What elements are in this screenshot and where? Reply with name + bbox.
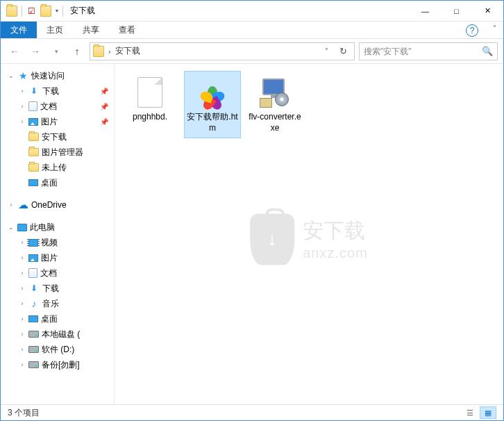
search-input[interactable] xyxy=(364,47,478,56)
navigation-pane[interactable]: ⌄ ★ 快速访问 › ⬇ 下载 📌 › 文档 📌 › 图片 📌 › 安下载 xyxy=(1,64,115,404)
hdd-icon xyxy=(28,346,39,353)
qat-separator-2 xyxy=(62,6,63,17)
sidebar-item-desktop2[interactable]: › 桌面 xyxy=(1,311,114,327)
document-icon xyxy=(28,268,37,278)
expand-icon[interactable]: ⌄ xyxy=(8,72,15,79)
sidebar-item-label: 图片管理器 xyxy=(42,147,83,158)
status-item-count: 3 个项目 xyxy=(8,407,40,419)
sidebar-item-anxz[interactable]: › 安下载 xyxy=(1,129,114,145)
app-icon xyxy=(6,6,17,17)
desktop-icon xyxy=(28,179,38,186)
nav-forward-button[interactable]: → xyxy=(27,43,44,60)
nav-recent-dropdown[interactable]: ▾ xyxy=(48,43,65,60)
address-bar[interactable]: › 安下载 ˅ ↻ xyxy=(90,42,355,60)
sidebar-item-label: 快速访问 xyxy=(31,70,65,82)
pc-icon xyxy=(17,224,27,231)
address-path[interactable]: 安下载 xyxy=(115,45,318,57)
file-item[interactable]: 安下载帮助.htm xyxy=(184,71,241,138)
video-icon xyxy=(28,239,38,247)
folder-icon xyxy=(28,133,39,141)
qat-properties-icon[interactable]: ☑ xyxy=(26,6,36,16)
sidebar-item-local-disk[interactable]: › 本地磁盘 ( xyxy=(1,327,114,342)
address-dropdown-icon[interactable]: ˅ xyxy=(322,47,331,55)
expand-icon[interactable]: › xyxy=(19,315,26,322)
folder-icon xyxy=(28,163,39,172)
sidebar-item-downloads[interactable]: › ⬇ 下载 📌 xyxy=(1,83,114,99)
sidebar-item-pictures2[interactable]: › 图片 xyxy=(1,250,114,265)
hdd-icon xyxy=(28,361,39,368)
expand-icon[interactable]: › xyxy=(19,331,26,338)
expand-icon[interactable]: › xyxy=(19,118,26,125)
help-icon[interactable]: ? xyxy=(466,24,478,37)
sidebar-item-label: 视频 xyxy=(41,237,58,249)
exe-file-icon xyxy=(260,77,290,108)
expand-icon[interactable]: › xyxy=(8,201,15,208)
sidebar-item-videos[interactable]: › 视频 xyxy=(1,235,114,250)
hdd-icon xyxy=(28,331,39,338)
file-item[interactable]: flv-converter.exe xyxy=(246,71,303,138)
sidebar-item-desktop[interactable]: › 桌面 xyxy=(1,175,114,190)
pictures-icon xyxy=(28,118,38,126)
sidebar-quick-access[interactable]: ⌄ ★ 快速访问 xyxy=(1,68,114,83)
sidebar-item-backup[interactable]: › 备份[勿删] xyxy=(1,357,114,372)
sidebar-item-pictures[interactable]: › 图片 📌 xyxy=(1,114,114,129)
sidebar-this-pc[interactable]: ⌄ 此电脑 xyxy=(1,220,114,235)
expand-icon[interactable]: › xyxy=(19,88,26,94)
sidebar-item-label: 下载 xyxy=(42,283,59,295)
sidebar-item-pic-manager[interactable]: › 图片管理器 xyxy=(1,145,114,160)
refresh-icon[interactable]: ↻ xyxy=(335,46,351,56)
view-icons-button[interactable]: ▦ xyxy=(480,406,496,419)
address-row: ← → ▾ ↑ › 安下载 ˅ ↻ 🔍 xyxy=(1,39,503,64)
ribbon-expand-icon[interactable]: ˅ xyxy=(493,24,496,32)
sidebar-item-documents[interactable]: › 文档 📌 xyxy=(1,99,114,114)
nav-up-button[interactable]: ↑ xyxy=(69,43,85,60)
sidebar-item-label: 未上传 xyxy=(42,162,67,174)
nav-back-button[interactable]: ← xyxy=(6,43,23,60)
expand-icon[interactable]: › xyxy=(19,239,26,246)
sidebar-item-not-uploaded[interactable]: › 未上传 xyxy=(1,160,114,175)
sidebar-onedrive[interactable]: › ☁ OneDrive xyxy=(1,197,114,213)
close-button[interactable]: ✕ xyxy=(472,1,503,21)
file-item[interactable]: pnghhbd. xyxy=(121,71,178,128)
qat-folder-icon[interactable] xyxy=(40,6,51,17)
expand-icon[interactable]: › xyxy=(19,254,26,261)
sidebar-item-software-d[interactable]: › 软件 (D:) xyxy=(1,342,114,357)
view-details-button[interactable]: ☰ xyxy=(462,406,478,419)
expand-icon[interactable]: › xyxy=(19,300,26,307)
titlebar: ☑ ▾ 安下载 — □ ✕ xyxy=(1,1,503,22)
tab-home[interactable]: 主页 xyxy=(37,22,73,38)
download-icon: ⬇ xyxy=(28,283,40,294)
search-box[interactable]: 🔍 xyxy=(359,42,498,60)
sidebar-item-label: 此电脑 xyxy=(30,222,55,233)
blank-file-icon xyxy=(137,77,162,108)
pictures-icon xyxy=(28,254,38,262)
tab-file[interactable]: 文件 xyxy=(1,22,37,38)
sidebar-item-label: 下载 xyxy=(42,85,59,97)
sidebar-item-label: 安下载 xyxy=(42,131,67,143)
expand-icon[interactable]: › xyxy=(19,361,26,368)
tab-share[interactable]: 共享 xyxy=(73,22,109,38)
pin-icon: 📌 xyxy=(100,103,108,110)
sidebar-item-downloads2[interactable]: › ⬇ 下载 xyxy=(1,281,114,296)
qat-dropdown-icon[interactable]: ▾ xyxy=(56,8,58,14)
minimize-button[interactable]: — xyxy=(410,1,441,21)
maximize-button[interactable]: □ xyxy=(441,1,472,21)
expand-icon[interactable]: › xyxy=(19,103,26,110)
expand-icon[interactable]: › xyxy=(19,270,26,276)
sidebar-item-music[interactable]: › ♪ 音乐 xyxy=(1,296,114,311)
watermark-brand: 安下载 xyxy=(303,217,368,245)
file-list[interactable]: pnghhbd. 安下载帮助.htm flv-converter.exe xyxy=(115,64,503,404)
address-separator[interactable]: › xyxy=(108,47,111,56)
desktop-icon xyxy=(28,315,38,322)
search-icon[interactable]: 🔍 xyxy=(482,46,493,56)
expand-icon[interactable]: ⌄ xyxy=(8,224,15,231)
sidebar-item-label: 文档 xyxy=(40,101,57,113)
pin-icon: 📌 xyxy=(100,88,108,95)
sidebar-item-label: 备份[勿删] xyxy=(42,359,80,371)
tab-view[interactable]: 查看 xyxy=(109,22,145,38)
expand-icon[interactable]: › xyxy=(19,346,26,353)
ribbon: 文件 主页 共享 查看 ˅ ? xyxy=(1,22,503,39)
sidebar-item-label: 软件 (D:) xyxy=(42,344,74,356)
sidebar-item-documents2[interactable]: › 文档 xyxy=(1,265,114,281)
expand-icon[interactable]: › xyxy=(19,285,26,292)
